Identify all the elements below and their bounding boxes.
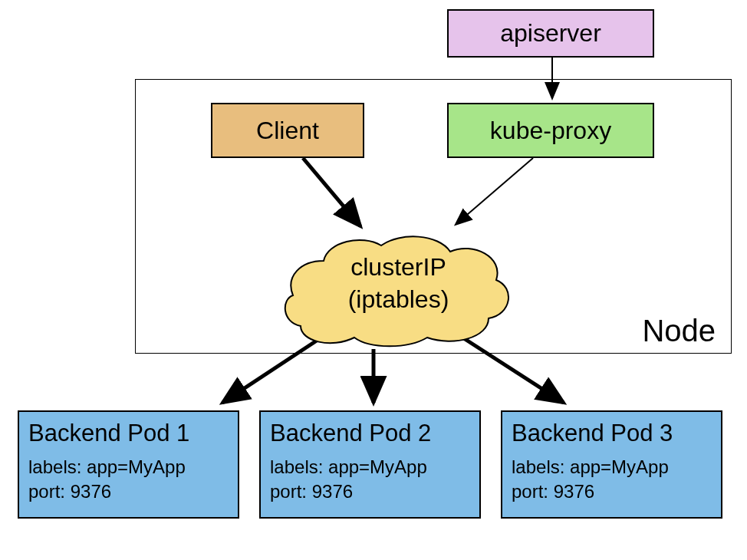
pod-labels: labels: app=MyApp (512, 455, 712, 479)
pod-labels: labels: app=MyApp (28, 455, 229, 479)
pod-title: Backend Pod 2 (270, 420, 470, 447)
backend-pod-2: Backend Pod 2 labels: app=MyApp port: 93… (259, 410, 481, 519)
pod-port: port: 9376 (28, 479, 229, 504)
node-label: Node (642, 314, 716, 348)
apiserver-box: apiserver (447, 9, 654, 58)
pod-port: port: 9376 (270, 479, 470, 504)
clusterip-cloud: clusterIP (iptables) (278, 222, 519, 349)
clusterip-line1: clusterIP (278, 252, 519, 284)
clusterip-line2: (iptables) (278, 284, 519, 316)
pod-labels: labels: app=MyApp (270, 455, 470, 479)
pod-title: Backend Pod 3 (512, 420, 712, 447)
backend-pod-3: Backend Pod 3 labels: app=MyApp port: 93… (501, 410, 722, 519)
pod-port: port: 9376 (512, 479, 712, 504)
kube-proxy-label: kube-proxy (490, 117, 611, 145)
pod-title: Backend Pod 1 (28, 420, 229, 447)
kube-proxy-box: kube-proxy (447, 103, 654, 158)
backend-pod-1: Backend Pod 1 labels: app=MyApp port: 93… (18, 410, 239, 519)
apiserver-label: apiserver (500, 19, 601, 48)
client-box: Client (211, 103, 364, 158)
client-label: Client (256, 117, 319, 145)
